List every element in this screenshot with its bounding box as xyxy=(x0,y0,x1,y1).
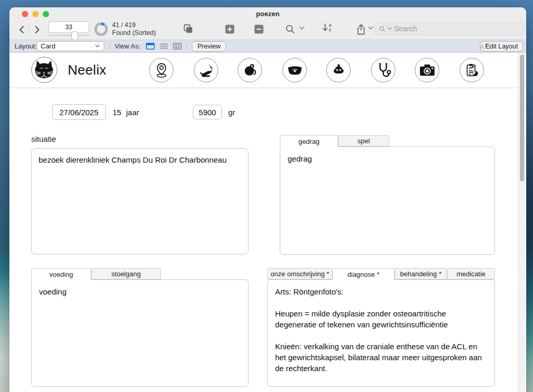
preview-button[interactable]: Preview xyxy=(192,41,226,52)
layout-bar: Layout: Card View As: xyxy=(9,40,526,53)
report-chart-icon xyxy=(464,63,480,78)
find-menu-button[interactable] xyxy=(299,26,305,30)
quick-search-input[interactable]: Search xyxy=(374,22,524,35)
show-all-records-button[interactable] xyxy=(181,22,195,36)
location-button[interactable] xyxy=(149,58,173,82)
table-view-button[interactable] xyxy=(173,40,182,52)
mouse-icon xyxy=(242,63,258,78)
record-count-status: Found (Sorted) xyxy=(112,29,156,37)
found-set-progress-ring xyxy=(94,22,108,36)
cat-icon xyxy=(199,63,214,78)
title-bar: poezen xyxy=(9,7,526,20)
tab-diagnose-label: diagnose * xyxy=(348,271,379,278)
chevron-down-icon xyxy=(95,44,100,48)
stool-button[interactable] xyxy=(326,58,351,82)
stethoscope-icon xyxy=(376,62,391,79)
prey-button[interactable] xyxy=(238,58,262,82)
tab-gedrag[interactable]: gedrag xyxy=(280,135,338,147)
weight-unit-label: gr xyxy=(228,108,235,117)
diagnose-paragraph: Knieën: verkalking van de craniale enthe… xyxy=(275,341,487,374)
table-view-icon xyxy=(173,43,182,50)
diagnose-paragraph: Arts: Röntgenfoto's: xyxy=(275,286,487,297)
tab-spel[interactable]: spel xyxy=(338,135,389,146)
window-title: poezen xyxy=(9,10,526,18)
gedrag-panel: gedrag xyxy=(280,146,495,255)
form-view-icon xyxy=(146,43,155,50)
tab-voeding-label: voeding xyxy=(49,271,73,278)
vertical-scrollbar[interactable] xyxy=(518,53,526,392)
search-placeholder: Search xyxy=(394,24,417,33)
cat-name: Neelix xyxy=(68,53,106,88)
date-field[interactable]: 27/06/2025 xyxy=(52,104,106,120)
tab-diagnose[interactable]: diagnose * xyxy=(332,268,394,280)
new-record-button[interactable] xyxy=(223,22,237,36)
diagnose-field[interactable]: Arts: Röntgenfoto's: Heupen = milde dysp… xyxy=(268,280,494,380)
tab-medicatie[interactable]: medicatie xyxy=(447,268,495,279)
share-button[interactable] xyxy=(354,22,368,36)
record-slider[interactable] xyxy=(48,35,89,36)
tab-onze-omschrijving[interactable]: onze omschrijving * xyxy=(267,268,332,279)
tab-gedrag-label: gedrag xyxy=(299,138,319,145)
share-icon xyxy=(356,24,366,35)
grooming-button[interactable] xyxy=(194,58,218,82)
layout-label: Layout: xyxy=(15,40,37,52)
arrow-down-icon xyxy=(322,23,328,32)
stacked-records-icon xyxy=(182,23,194,35)
tab-spel-label: spel xyxy=(357,137,370,145)
age-value: 15 xyxy=(113,108,121,117)
share-menu-button[interactable] xyxy=(368,26,374,30)
layout-dropdown[interactable]: Card xyxy=(36,41,104,51)
chevron-left-icon xyxy=(19,26,24,34)
divider xyxy=(109,42,110,50)
black-cat-face-icon xyxy=(32,57,56,82)
sort-records-button[interactable]: az xyxy=(322,23,331,32)
age-unit-label: jaar xyxy=(126,108,139,117)
view-as-label: View As: xyxy=(115,40,141,52)
chevron-down-icon xyxy=(299,26,305,30)
minus-icon xyxy=(254,24,264,34)
app-window: poezen 33 41 / 419 Found (Sorted) xyxy=(9,7,526,392)
layout-dropdown-value: Card xyxy=(41,42,55,50)
voeding-field[interactable]: voeding xyxy=(32,280,248,303)
edit-layout-button-label: Edit Layout xyxy=(485,43,518,50)
preview-button-label: Preview xyxy=(197,43,220,50)
voeding-panel: voeding xyxy=(31,279,249,387)
tab-stoelgang[interactable]: stoelgang xyxy=(91,268,161,279)
tab-behandeling-label: behandeling * xyxy=(400,270,442,278)
search-icon xyxy=(379,26,386,32)
poop-icon xyxy=(331,63,346,78)
tab-voeding[interactable]: voeding xyxy=(31,268,91,280)
situatie-field[interactable]: bezoek dierenkliniek Champs Du Roi Dr Ch… xyxy=(31,148,249,254)
record-slider-thumb[interactable] xyxy=(71,31,78,40)
photos-button[interactable] xyxy=(415,58,439,82)
current-record-input[interactable]: 33 xyxy=(48,21,89,33)
food-button[interactable] xyxy=(282,58,307,82)
delete-record-button[interactable] xyxy=(252,22,266,36)
record-header: Neelix xyxy=(9,53,526,88)
list-view-button[interactable] xyxy=(159,40,168,52)
tab-medicatie-label: medicatie xyxy=(456,270,486,278)
weight-field[interactable]: 5900 xyxy=(193,105,222,119)
sort-az-label: az xyxy=(329,23,331,32)
toolbar: 33 41 / 419 Found (Sorted) xyxy=(9,20,526,40)
record-count-value: 41 / 419 xyxy=(112,21,156,29)
tab-stoelgang-label: stoelgang xyxy=(111,270,141,278)
list-view-icon xyxy=(159,43,168,50)
reports-button[interactable] xyxy=(460,58,484,82)
next-record-button[interactable] xyxy=(31,23,43,36)
vet-button[interactable] xyxy=(371,58,395,82)
tab-behandeling[interactable]: behandeling * xyxy=(394,268,447,279)
cat-avatar[interactable] xyxy=(31,57,57,83)
chevron-down-icon xyxy=(368,26,374,30)
search-icon xyxy=(285,24,295,34)
scrollbar-thumb[interactable] xyxy=(520,55,524,181)
form-view-button[interactable] xyxy=(146,40,155,52)
situatie-label: situatie xyxy=(31,134,56,143)
chevron-right-icon xyxy=(34,26,40,34)
gedrag-field[interactable]: gedrag xyxy=(280,147,494,170)
edit-layout-button[interactable]: Edit Layout xyxy=(480,41,523,52)
find-button[interactable] xyxy=(283,22,297,36)
record-detail-view: Neelix xyxy=(9,53,526,392)
diagnose-panel: Arts: Röntgenfoto's: Heupen = milde dysp… xyxy=(267,279,495,387)
previous-record-button[interactable] xyxy=(16,23,27,36)
